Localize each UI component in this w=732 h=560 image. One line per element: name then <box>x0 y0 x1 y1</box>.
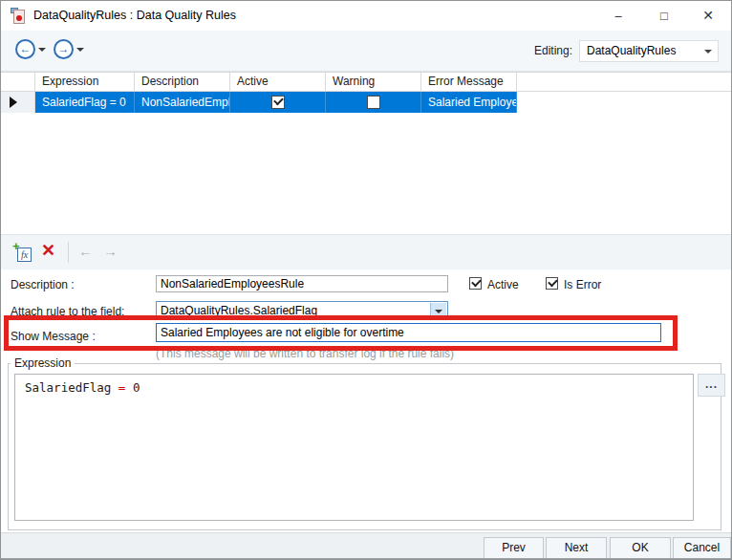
is-error-checkbox[interactable] <box>546 277 558 290</box>
grid-header-expression[interactable]: Expression <box>35 73 135 91</box>
show-message-hint: (This message will be written to transfe… <box>156 347 454 360</box>
navigation-toolbar: ← → Editing: DataQualityRules <box>1 31 731 72</box>
expression-group-label: Expression <box>11 356 75 370</box>
add-rule-icon[interactable]: + fx <box>12 241 33 264</box>
description-input[interactable] <box>156 275 448 292</box>
cell-error-message[interactable]: Salaried Employe... <box>421 92 517 113</box>
editing-combobox-value: DataQualityRules <box>587 41 676 61</box>
active-checkbox[interactable] <box>271 96 285 109</box>
table-row[interactable]: SalariedFlag = 0 NonSalariedEmpl... Sala… <box>1 92 731 113</box>
attach-field-dropdown-icon[interactable] <box>430 303 446 318</box>
active-form-label: Active <box>487 278 519 291</box>
grid-header-warning[interactable]: Warning <box>326 73 421 91</box>
warning-checkbox[interactable] <box>367 96 380 109</box>
minimize-icon[interactable]: – <box>603 1 634 31</box>
grid-header: Expression Description Active Warning Er… <box>1 72 731 92</box>
active-form-checkbox[interactable] <box>469 277 482 290</box>
grid-header-active[interactable]: Active <box>230 73 326 91</box>
expression-rhs: 0 <box>125 380 140 395</box>
rule-toolbar: + fx ✕ ← → <box>1 234 731 269</box>
previous-rule-icon[interactable]: ← <box>78 243 93 259</box>
title-bar: DataQualityRules : Data Quality Rules – … <box>1 1 731 31</box>
app-icon <box>11 8 27 25</box>
description-label: Description : <box>11 278 75 291</box>
ok-button[interactable]: OK <box>610 537 671 559</box>
expression-editor-button[interactable]: ... <box>698 374 725 397</box>
delete-rule-icon[interactable]: ✕ <box>41 240 55 261</box>
maximize-icon[interactable]: □ <box>649 1 679 31</box>
next-rule-icon[interactable]: → <box>103 243 118 259</box>
grid-header-error-message[interactable]: Error Message <box>421 73 517 91</box>
editing-dropdown-caret-icon <box>704 50 712 54</box>
expression-text: SalariedFlag = 0 <box>25 380 140 395</box>
grid-header-selector <box>1 73 35 91</box>
is-error-label: Is Error <box>564 278 601 291</box>
back-icon[interactable]: ← <box>15 39 35 59</box>
forward-icon[interactable]: → <box>54 39 74 59</box>
show-message-label: Show Message : <box>11 330 96 343</box>
prev-button[interactable]: Prev <box>484 537 544 559</box>
cell-description[interactable]: NonSalariedEmpl... <box>135 92 230 113</box>
attach-field-combobox[interactable]: DataQualityRules.SalariedFlag <box>156 301 448 320</box>
editing-label: Editing: <box>534 31 572 72</box>
cell-expression[interactable]: SalariedFlag = 0 <box>35 92 135 113</box>
button-bar: Prev Next OK Cancel <box>1 532 731 560</box>
cell-warning[interactable] <box>326 92 421 113</box>
forward-dropdown-caret-icon[interactable] <box>76 48 84 52</box>
expression-groupbox: Expression SalariedFlag = 0 ... <box>8 363 721 530</box>
attach-field-label: Attach rule to the field: <box>11 305 124 318</box>
toolbar-separator <box>68 242 69 263</box>
back-dropdown-caret-icon[interactable] <box>38 48 46 52</box>
expression-editor[interactable]: SalariedFlag = 0 <box>14 374 694 521</box>
current-row-arrow-icon <box>10 97 17 108</box>
close-icon[interactable]: ✕ <box>693 1 723 31</box>
show-message-input[interactable] <box>156 323 661 342</box>
cancel-button[interactable]: Cancel <box>673 537 731 559</box>
grid-header-description[interactable]: Description <box>135 73 230 91</box>
next-button[interactable]: Next <box>546 537 607 559</box>
attach-field-value: DataQualityRules.SalariedFlag <box>161 302 317 319</box>
cell-active[interactable] <box>230 92 326 113</box>
expression-lhs: SalariedFlag <box>25 380 118 395</box>
window-title: DataQualityRules : Data Quality Rules <box>33 1 236 31</box>
editing-combobox[interactable]: DataQualityRules <box>579 40 719 62</box>
dialog-window: DataQualityRules : Data Quality Rules – … <box>0 0 732 560</box>
row-selector-cell[interactable] <box>1 92 35 113</box>
